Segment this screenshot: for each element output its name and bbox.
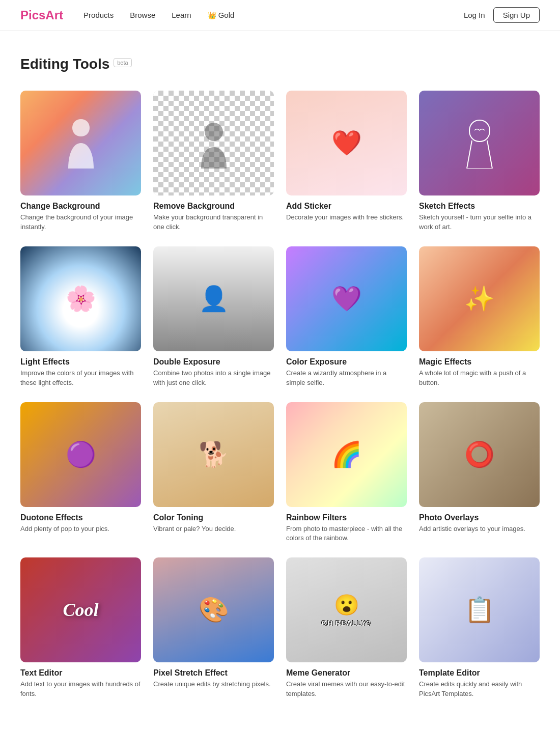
tool-card-color-toning[interactable]: 🐕Color ToningVibrant or pale? You decide… — [153, 402, 274, 544]
tool-name-duotone-effects: Duotone Effects — [20, 513, 141, 522]
tool-name-rainbow-filters: Rainbow Filters — [286, 513, 407, 522]
page-content: Editing Tools beta Change BackgroundChan… — [0, 31, 560, 730]
tool-name-light-effects: Light Effects — [20, 357, 141, 367]
svg-rect-0 — [193, 118, 234, 169]
tool-name-photo-overlays: Photo Overlays — [419, 513, 540, 522]
tool-image-pixel-stretch: 🎨 — [153, 557, 274, 662]
page-title-row: Editing Tools beta — [20, 56, 540, 72]
tool-desc-add-sticker: Decorate your images with free stickers. — [286, 213, 407, 222]
tool-card-magic-effects[interactable]: ✨Magic EffectsA whole lot of magic with … — [419, 246, 540, 388]
tool-desc-duotone-effects: Add plenty of pop to your pics. — [20, 524, 141, 534]
tool-card-double-exposure[interactable]: 👤Double ExposureCombine two photos into … — [153, 246, 274, 388]
tool-desc-pixel-stretch: Create unique edits by stretching pixels… — [153, 680, 274, 689]
tool-image-light-effects: 🌸 — [20, 246, 141, 351]
tool-image-template-editor: 📋 — [419, 557, 540, 662]
tool-card-text-editor[interactable]: CoolText EditorAdd text to your images w… — [20, 557, 141, 699]
tool-desc-text-editor: Add text to your images with hundreds of… — [20, 680, 141, 699]
tool-desc-sketch-effects: Sketch yourself - turn your selfie into … — [419, 213, 540, 232]
tool-image-text-editor: Cool — [20, 557, 141, 662]
tool-desc-change-background: Change the background of your image inst… — [20, 213, 141, 232]
tool-image-magic-effects: ✨ — [419, 246, 540, 351]
tool-name-color-exposure: Color Exposure — [286, 357, 407, 367]
tool-card-light-effects[interactable]: 🌸Light EffectsImprove the colors of your… — [20, 246, 141, 388]
tool-card-meme-generator[interactable]: 😮OH REALLY?Meme GeneratorCreate viral me… — [286, 557, 407, 699]
tool-image-meme-generator: 😮OH REALLY? — [286, 557, 407, 662]
tool-image-sketch-effects — [419, 91, 540, 195]
nav-products[interactable]: Products — [83, 11, 114, 19]
beta-badge: beta — [114, 58, 131, 67]
tool-card-pixel-stretch[interactable]: 🎨Pixel Stretch EffectCreate unique edits… — [153, 557, 274, 699]
tool-name-meme-generator: Meme Generator — [286, 668, 407, 678]
tool-card-photo-overlays[interactable]: ⭕Photo OverlaysAdd artistic overlays to … — [419, 402, 540, 544]
nav-browse[interactable]: Browse — [130, 11, 155, 19]
tool-desc-photo-overlays: Add artistic overlays to your images. — [419, 524, 540, 534]
signup-button[interactable]: Sign Up — [493, 7, 540, 23]
tool-image-double-exposure: 👤 — [153, 246, 274, 351]
tool-desc-rainbow-filters: From photo to masterpiece - with all the… — [286, 524, 407, 544]
navbar: PicsArt Products Browse Learn 👑 Gold Log… — [0, 0, 560, 31]
tool-image-add-sticker: ❤️ — [286, 91, 407, 195]
tool-image-photo-overlays: ⭕ — [419, 402, 540, 507]
tool-desc-color-exposure: Create a wizardly atmosphere in a simple… — [286, 369, 407, 388]
tool-card-remove-background[interactable]: Remove BackgroundMake your background tr… — [153, 91, 274, 232]
tool-desc-magic-effects: A whole lot of magic with a push of a bu… — [419, 369, 540, 388]
tool-desc-template-editor: Create edits quickly and easily with Pic… — [419, 680, 540, 699]
nav-gold[interactable]: 👑 Gold — [208, 11, 235, 19]
tool-desc-double-exposure: Combine two photos into a single image w… — [153, 369, 274, 388]
tool-image-remove-background — [153, 91, 274, 195]
tool-name-sketch-effects: Sketch Effects — [419, 202, 540, 211]
nav-links: Products Browse Learn 👑 Gold — [83, 11, 464, 19]
tool-image-color-exposure: 💜 — [286, 246, 407, 351]
tool-card-change-background[interactable]: Change BackgroundChange the background o… — [20, 91, 141, 232]
tool-card-add-sticker[interactable]: ❤️Add StickerDecorate your images with f… — [286, 91, 407, 232]
tool-desc-light-effects: Improve the colors of your images with t… — [20, 369, 141, 388]
tool-name-pixel-stretch: Pixel Stretch Effect — [153, 668, 274, 678]
tool-name-change-background: Change Background — [20, 202, 141, 211]
tool-name-text-editor: Text Editor — [20, 668, 141, 678]
nav-right: Log In Sign Up — [464, 7, 540, 23]
tool-name-template-editor: Template Editor — [419, 668, 540, 678]
tool-name-double-exposure: Double Exposure — [153, 357, 274, 367]
tool-card-rainbow-filters[interactable]: 🌈Rainbow FiltersFrom photo to masterpiec… — [286, 402, 407, 544]
tool-card-sketch-effects[interactable]: Sketch EffectsSketch yourself - turn you… — [419, 91, 540, 232]
tool-name-add-sticker: Add Sticker — [286, 202, 407, 211]
login-button[interactable]: Log In — [464, 11, 485, 19]
tool-image-rainbow-filters: 🌈 — [286, 402, 407, 507]
tool-card-template-editor[interactable]: 📋Template EditorCreate edits quickly and… — [419, 557, 540, 699]
tool-image-change-background — [20, 91, 141, 195]
tool-card-duotone-effects[interactable]: 🟣Duotone EffectsAdd plenty of pop to you… — [20, 402, 141, 544]
logo[interactable]: PicsArt — [20, 8, 63, 22]
tools-grid: Change BackgroundChange the background o… — [20, 91, 540, 699]
tool-card-color-exposure[interactable]: 💜Color ExposureCreate a wizardly atmosph… — [286, 246, 407, 388]
tool-desc-remove-background: Make your background transparent in one … — [153, 213, 274, 232]
tool-image-duotone-effects: 🟣 — [20, 402, 141, 507]
crown-icon: 👑 — [208, 11, 216, 19]
tool-name-magic-effects: Magic Effects — [419, 357, 540, 367]
tool-desc-color-toning: Vibrant or pale? You decide. — [153, 524, 274, 534]
tool-desc-meme-generator: Create viral memes with our easy-to-edit… — [286, 680, 407, 699]
tool-image-color-toning: 🐕 — [153, 402, 274, 507]
tool-name-color-toning: Color Toning — [153, 513, 274, 522]
page-title: Editing Tools — [20, 56, 109, 72]
nav-learn[interactable]: Learn — [172, 11, 191, 19]
tool-name-remove-background: Remove Background — [153, 202, 274, 211]
